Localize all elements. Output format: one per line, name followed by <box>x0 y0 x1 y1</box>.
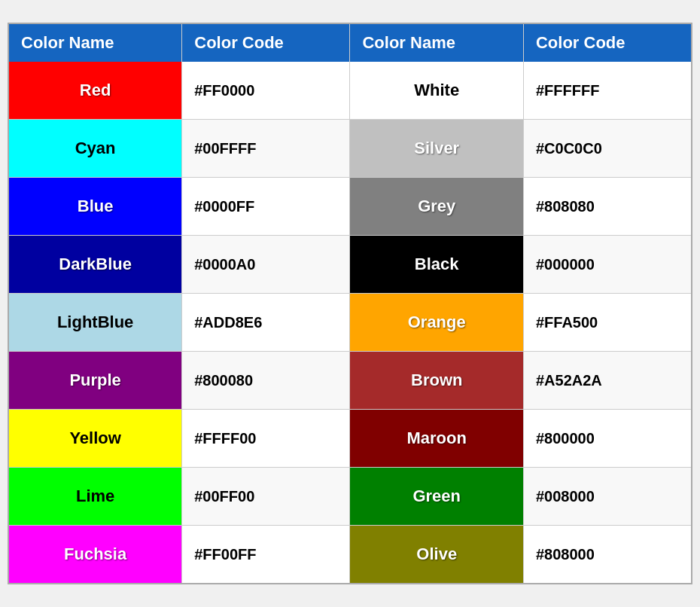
table-row: DarkBlue#0000A0Black#000000 <box>9 236 691 294</box>
right-color-cell: Black <box>350 236 523 294</box>
left-code-cell: #0000A0 <box>182 236 350 294</box>
right-code-cell: #808000 <box>523 526 691 584</box>
right-code-cell: #FFA500 <box>523 294 691 352</box>
left-color-cell: Fuchsia <box>9 526 182 584</box>
left-color-cell: Lime <box>9 468 182 526</box>
left-code-cell: #ADD8E6 <box>182 294 350 352</box>
header-col2: Color Code <box>182 24 350 62</box>
right-color-cell: Brown <box>350 352 523 410</box>
header-col1: Color Name <box>9 24 182 62</box>
right-color-cell: Maroon <box>350 410 523 468</box>
right-color-cell: Orange <box>350 294 523 352</box>
left-code-cell: #FFFF00 <box>182 410 350 468</box>
color-table: Color Name Color Code Color Name Color C… <box>9 24 691 583</box>
right-code-cell: #000000 <box>523 236 691 294</box>
left-code-cell: #FF00FF <box>182 526 350 584</box>
right-color-cell: Olive <box>350 526 523 584</box>
left-color-cell: Cyan <box>9 120 182 178</box>
left-code-cell: #FF0000 <box>182 62 350 120</box>
right-color-cell: Green <box>350 468 523 526</box>
table-row: LightBlue#ADD8E6Orange#FFA500 <box>9 294 691 352</box>
header-col4: Color Code <box>523 24 691 62</box>
header-row: Color Name Color Code Color Name Color C… <box>9 24 691 62</box>
right-code-cell: #FFFFFF <box>523 62 691 120</box>
right-code-cell: #C0C0C0 <box>523 120 691 178</box>
right-code-cell: #800000 <box>523 410 691 468</box>
left-color-cell: LightBlue <box>9 294 182 352</box>
right-code-cell: #808080 <box>523 178 691 236</box>
color-table-body: Red#FF0000White#FFFFFFCyan#00FFFFSilver#… <box>9 62 691 583</box>
right-color-cell: White <box>350 62 523 120</box>
left-color-cell: Red <box>9 62 182 120</box>
table-row: Cyan#00FFFFSilver#C0C0C0 <box>9 120 691 178</box>
table-row: Yellow#FFFF00Maroon#800000 <box>9 410 691 468</box>
left-code-cell: #00FFFF <box>182 120 350 178</box>
right-code-cell: #008000 <box>523 468 691 526</box>
left-code-cell: #00FF00 <box>182 468 350 526</box>
table-row: Lime#00FF00Green#008000 <box>9 468 691 526</box>
table-row: Blue#0000FFGrey#808080 <box>9 178 691 236</box>
table-row: Purple#800080Brown#A52A2A <box>9 352 691 410</box>
table-row: Red#FF0000White#FFFFFF <box>9 62 691 120</box>
right-color-cell: Silver <box>350 120 523 178</box>
left-color-cell: Blue <box>9 178 182 236</box>
header-col3: Color Name <box>350 24 523 62</box>
right-color-cell: Grey <box>350 178 523 236</box>
left-color-cell: Yellow <box>9 410 182 468</box>
left-code-cell: #0000FF <box>182 178 350 236</box>
table-row: Fuchsia#FF00FFOlive#808000 <box>9 526 691 584</box>
left-code-cell: #800080 <box>182 352 350 410</box>
right-code-cell: #A52A2A <box>523 352 691 410</box>
left-color-cell: DarkBlue <box>9 236 182 294</box>
left-color-cell: Purple <box>9 352 182 410</box>
color-table-container: Color Name Color Code Color Name Color C… <box>8 23 692 584</box>
